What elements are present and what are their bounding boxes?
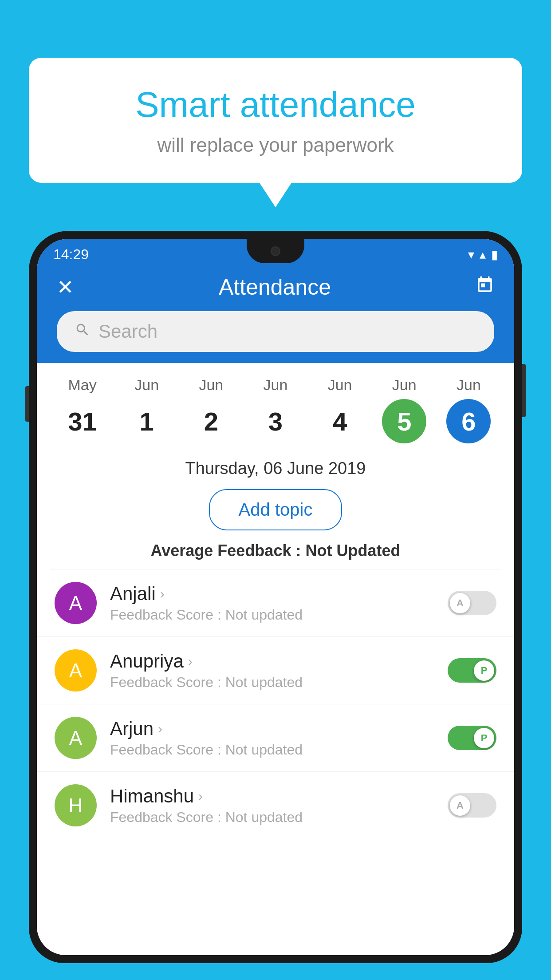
cal-month-label: Jun: [457, 376, 481, 394]
toggle-container[interactable]: P: [448, 726, 496, 750]
student-feedback: Feedback Score : Not updated: [110, 742, 434, 758]
calendar-day[interactable]: Jun4: [313, 376, 366, 443]
cal-date-number: 3: [253, 399, 298, 443]
bubble-title: Smart attendance: [64, 84, 487, 125]
phone-screen: ✕ Attendance Search: [37, 239, 514, 955]
chevron-right-icon: ›: [188, 654, 193, 669]
speech-bubble: Smart attendance will replace your paper…: [29, 58, 522, 183]
toggle-knob: A: [450, 593, 470, 613]
avatar: A: [55, 717, 97, 759]
student-name[interactable]: Anupriya ›: [110, 651, 434, 672]
bubble-subtitle: will replace your paperwork: [64, 134, 487, 156]
battery-icon: ▮: [491, 247, 498, 262]
avatar: A: [55, 649, 97, 692]
chevron-right-icon: ›: [160, 586, 165, 601]
cal-month-label: Jun: [264, 376, 288, 394]
calendar-day[interactable]: Jun6: [442, 376, 495, 443]
cal-month-label: Jun: [134, 376, 159, 394]
cal-month-label: May: [68, 376, 96, 394]
calendar-day[interactable]: Jun5: [378, 376, 431, 443]
status-time: 14:29: [53, 246, 89, 263]
cal-month-label: Jun: [328, 376, 352, 394]
student-info: Arjun ›Feedback Score : Not updated: [110, 718, 434, 758]
search-icon: [75, 322, 91, 342]
student-name[interactable]: Arjun ›: [110, 718, 434, 739]
chevron-right-icon: ›: [198, 789, 203, 804]
student-info: Himanshu ›Feedback Score : Not updated: [110, 786, 434, 826]
student-feedback: Feedback Score : Not updated: [110, 674, 434, 691]
app-title: Attendance: [219, 274, 331, 300]
cal-date-number: 2: [189, 399, 233, 443]
student-info: Anupriya ›Feedback Score : Not updated: [110, 651, 434, 691]
toggle-knob: P: [474, 660, 494, 681]
avg-feedback-value: Not Updated: [305, 541, 400, 560]
signal-icon: ▴: [480, 247, 486, 262]
status-icons: ▾ ▴ ▮: [468, 247, 498, 262]
calendar-day[interactable]: Jun3: [249, 376, 302, 443]
front-camera: [271, 246, 280, 256]
search-placeholder: Search: [98, 321, 157, 342]
calendar-day[interactable]: Jun2: [185, 376, 238, 443]
toggle-knob: P: [474, 728, 494, 748]
student-name[interactable]: Himanshu ›: [110, 786, 434, 807]
power-button: [522, 364, 526, 417]
toggle-container[interactable]: P: [448, 658, 496, 683]
add-topic-container: Add topic: [37, 485, 514, 541]
add-topic-button[interactable]: Add topic: [209, 489, 342, 530]
volume-button: [25, 386, 29, 422]
cal-date-number: 31: [60, 399, 105, 443]
phone-outer: 14:29 ▾ ▴ ▮ ✕ Attendance: [29, 231, 522, 963]
toggle-container[interactable]: A: [448, 591, 496, 615]
cal-date-number: 4: [318, 399, 362, 443]
student-feedback: Feedback Score : Not updated: [110, 809, 434, 826]
cal-month-label: Jun: [199, 376, 223, 394]
toggle-knob: A: [450, 795, 470, 816]
calendar-icon[interactable]: [476, 276, 494, 299]
attendance-toggle[interactable]: P: [448, 726, 496, 750]
student-info: Anjali ›Feedback Score : Not updated: [110, 583, 434, 623]
toggle-container[interactable]: A: [448, 793, 496, 818]
student-item: AAnjali ›Feedback Score : Not updatedA: [37, 569, 514, 637]
phone-notch: [247, 239, 304, 263]
avatar: H: [55, 784, 97, 826]
average-feedback: Average Feedback : Not Updated: [37, 541, 514, 569]
student-name[interactable]: Anjali ›: [110, 583, 434, 605]
attendance-toggle[interactable]: A: [448, 793, 496, 818]
attendance-toggle[interactable]: P: [448, 658, 496, 683]
student-feedback: Feedback Score : Not updated: [110, 607, 434, 623]
wifi-icon: ▾: [468, 247, 474, 262]
cal-date-number: 1: [125, 399, 169, 443]
cal-month-label: Jun: [392, 376, 417, 394]
search-bar[interactable]: Search: [57, 311, 494, 352]
phone-frame: 14:29 ▾ ▴ ▮ ✕ Attendance: [29, 231, 522, 980]
student-item: AArjun ›Feedback Score : Not updatedP: [37, 704, 514, 772]
avg-feedback-label: Average Feedback :: [151, 541, 306, 560]
student-item: HHimanshu ›Feedback Score : Not updatedA: [37, 772, 514, 839]
student-list: AAnjali ›Feedback Score : Not updatedAAA…: [37, 569, 514, 839]
calendar-day[interactable]: May31: [56, 376, 109, 443]
cal-date-number: 5: [382, 399, 426, 443]
calendar-strip: May31Jun1Jun2Jun3Jun4Jun5Jun6: [37, 363, 514, 448]
student-item: AAnupriya ›Feedback Score : Not updatedP: [37, 637, 514, 704]
chevron-right-icon: ›: [158, 721, 162, 736]
close-button[interactable]: ✕: [57, 275, 74, 299]
calendar-day[interactable]: Jun1: [120, 376, 173, 443]
cal-date-number: 6: [446, 399, 491, 443]
speech-bubble-container: Smart attendance will replace your paper…: [29, 58, 522, 183]
attendance-toggle[interactable]: A: [448, 591, 496, 615]
selected-date-label: Thursday, 06 June 2019: [37, 448, 514, 485]
search-bar-container: Search: [37, 303, 514, 363]
avatar: A: [55, 582, 97, 624]
